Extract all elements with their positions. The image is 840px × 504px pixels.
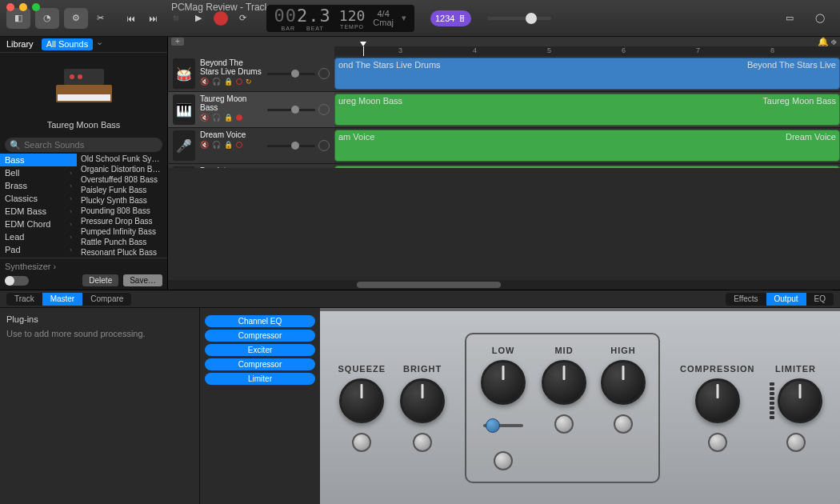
plugin-slot[interactable]: Limiter xyxy=(205,373,315,385)
playhead[interactable] xyxy=(363,46,364,56)
plugin-slot[interactable]: Compressor xyxy=(205,330,315,342)
tab-output[interactable]: Output xyxy=(766,293,806,306)
record-enable[interactable] xyxy=(236,142,242,148)
tab-compare[interactable]: Compare xyxy=(82,293,131,306)
category-item[interactable]: Bass› xyxy=(0,154,77,166)
sound-item[interactable]: Rattle Punch Bass xyxy=(77,237,167,247)
region[interactable]: plets Droplets xyxy=(334,166,840,168)
library-tab[interactable]: Library xyxy=(0,37,40,52)
category-list[interactable]: Bass›Bell›Brass›Classics›EDM Bass›EDM Ch… xyxy=(0,154,77,258)
count-in-button[interactable]: 1234🎚 xyxy=(430,10,471,26)
track-row[interactable]: 🎹 Taureg Moon Bass 🔇 🎧 🔒 ureg Moon Bass xyxy=(168,92,840,128)
eq-bypass-switch[interactable] xyxy=(786,433,806,452)
master-volume-slider[interactable] xyxy=(487,17,551,20)
window-traffic-lights[interactable] xyxy=(6,3,40,11)
track-volume-slider[interactable] xyxy=(267,73,315,75)
region[interactable]: ond The Stars Live Drums Beyond The Star… xyxy=(334,58,840,90)
search-input[interactable]: 🔍 Search Sounds xyxy=(5,138,162,152)
mute-button[interactable]: 🔇 xyxy=(200,141,209,149)
record-button[interactable] xyxy=(214,11,228,26)
scissors-icon[interactable]: ✂ xyxy=(93,8,107,29)
sound-item[interactable]: Resonant Pluck Bass xyxy=(77,247,167,258)
compare-toggle[interactable] xyxy=(5,276,29,286)
plugin-slot[interactable]: Exciter xyxy=(205,344,315,356)
category-item[interactable]: EDM Chord› xyxy=(0,218,77,230)
track-pan-knob[interactable] xyxy=(318,104,330,115)
sound-item[interactable]: Old School Funk Synth B… xyxy=(77,154,167,164)
headphone-button[interactable]: 🎧 xyxy=(212,141,221,149)
track-row[interactable]: 🥁 Beyond The Stars Live Drums 🔇 🎧 🔒 ↻ on… xyxy=(168,56,840,92)
eq-bypass-switch[interactable] xyxy=(614,414,633,434)
automation-icon[interactable]: ⎆ xyxy=(831,37,837,47)
eq-knob[interactable] xyxy=(400,378,445,423)
category-item[interactable]: Bell› xyxy=(0,166,77,179)
lock-button[interactable]: 🔒 xyxy=(224,114,233,122)
smart-controls-button[interactable]: ⚙ xyxy=(64,8,88,29)
sounds-list[interactable]: Old School Funk Synth B…Organic Distorti… xyxy=(77,154,167,258)
tab-master[interactable]: Master xyxy=(42,293,83,306)
track-pan-knob[interactable] xyxy=(318,68,330,79)
sound-item[interactable]: Plucky Synth Bass xyxy=(77,195,167,206)
eq-knob[interactable] xyxy=(778,378,822,423)
track-volume-slider[interactable] xyxy=(267,109,315,111)
eq-bypass-switch[interactable] xyxy=(554,414,574,434)
category-item[interactable]: EDM Bass› xyxy=(0,205,77,218)
region[interactable]: ureg Moon Bass Taureg Moon Bass xyxy=(334,94,840,126)
record-enable[interactable] xyxy=(236,114,242,121)
tab-track[interactable]: Track xyxy=(6,293,42,306)
headphone-button[interactable]: 🎧 xyxy=(212,78,221,86)
category-item[interactable]: Brass› xyxy=(0,179,77,192)
category-item[interactable]: Classics› xyxy=(0,192,77,205)
mute-button[interactable]: 🔇 xyxy=(200,78,209,86)
sound-item[interactable]: Pressure Drop Bass xyxy=(77,216,167,226)
all-sounds-tab[interactable]: All Sounds xyxy=(42,38,94,50)
plugin-slot[interactable]: Channel EQ xyxy=(205,315,315,327)
play-button[interactable]: ▶ xyxy=(191,11,206,26)
stop-button[interactable]: ◾ xyxy=(169,11,183,26)
sound-item[interactable]: Pounding 808 Bass xyxy=(77,206,167,216)
category-item[interactable]: Lead› xyxy=(0,230,77,243)
eq-knob[interactable] xyxy=(695,378,740,423)
lock-button[interactable]: 🔒 xyxy=(224,78,233,86)
sound-item[interactable]: Overstuffed 808 Bass xyxy=(77,174,167,185)
eq-slider[interactable] xyxy=(479,410,527,442)
horizontal-scrollbar[interactable] xyxy=(334,280,840,290)
inspector-tabs[interactable]: TrackMasterCompare xyxy=(6,293,131,306)
eq-knob[interactable] xyxy=(601,360,646,405)
notepad-button[interactable]: ▭ xyxy=(778,8,802,29)
rewind-button[interactable]: ⏮ xyxy=(124,11,138,26)
delete-button[interactable]: Delete xyxy=(82,274,118,286)
view-tabs[interactable]: EffectsOutputEQ xyxy=(726,293,834,306)
track-row[interactable]: 🎤 Dream Voice 🔇 🎧 🔒 am Voice Dream Voic xyxy=(168,128,840,164)
eq-knob[interactable] xyxy=(339,378,384,423)
sound-item[interactable]: Paisley Funk Bass xyxy=(77,185,167,195)
record-enable[interactable] xyxy=(236,78,242,85)
timeline-ruler[interactable]: 345678 xyxy=(334,46,840,56)
horn-icon[interactable]: 🔔 xyxy=(818,37,829,47)
sound-item[interactable]: Pumped Infinity Bass xyxy=(77,226,167,237)
track-pan-knob[interactable] xyxy=(318,140,330,151)
sound-item[interactable]: Organic Distortion Bass xyxy=(77,164,167,174)
plugin-slot[interactable]: Compressor xyxy=(205,358,315,370)
lock-button[interactable]: 🔒 xyxy=(224,141,233,149)
mute-button[interactable]: 🔇 xyxy=(200,114,209,122)
headphone-button[interactable]: 🎧 xyxy=(212,114,221,122)
eq-bypass-switch[interactable] xyxy=(494,451,513,470)
eq-bypass-switch[interactable] xyxy=(413,433,432,452)
category-item[interactable]: Pad› xyxy=(0,243,77,256)
eq-bypass-switch[interactable] xyxy=(708,433,727,452)
save-button[interactable]: Save… xyxy=(123,274,162,286)
forward-button[interactable]: ⏭ xyxy=(146,11,161,26)
tab-eq[interactable]: EQ xyxy=(806,293,834,306)
loop-browser-button[interactable]: ◯ xyxy=(808,8,832,29)
region[interactable]: am Voice Dream Voice xyxy=(334,130,840,162)
eq-knob[interactable] xyxy=(481,360,526,405)
track-volume-slider[interactable] xyxy=(267,145,315,147)
tab-effects[interactable]: Effects xyxy=(726,293,766,306)
add-track-button[interactable]: + xyxy=(171,38,184,46)
breadcrumb[interactable]: Synthesizer › xyxy=(5,262,162,271)
lcd-display[interactable]: 002.3 BARBEAT 120 TEMPO 4/4 Cmaj ▾ xyxy=(266,5,414,32)
eq-knob[interactable] xyxy=(542,360,586,405)
eq-bypass-switch[interactable] xyxy=(352,433,371,452)
cycle-button[interactable]: ⟳ xyxy=(236,11,250,26)
